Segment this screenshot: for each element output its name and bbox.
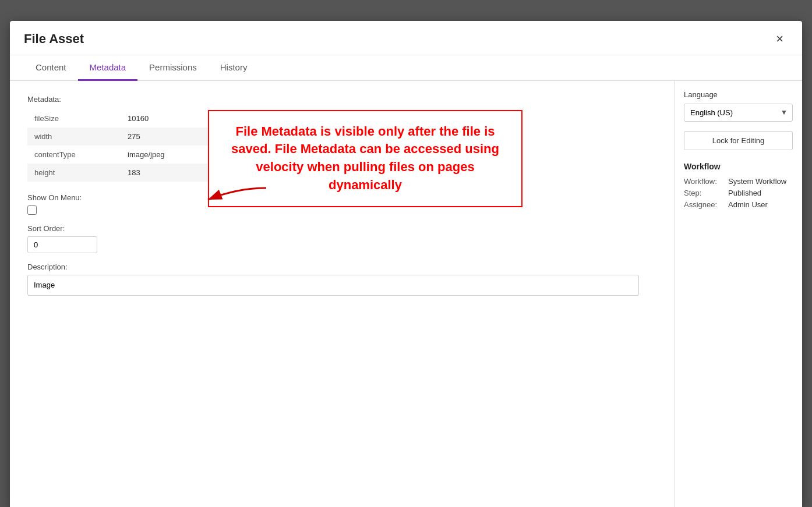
metadata-key: height: [27, 164, 121, 182]
sidebar: Language English (US) ▼ Lock for Editing…: [674, 81, 802, 508]
description-input[interactable]: [27, 275, 639, 296]
tab-history[interactable]: History: [209, 55, 259, 81]
callout-text: File Metadata is visible only after the …: [225, 123, 505, 194]
workflow-row: Workflow:System Workflow: [684, 177, 793, 186]
tabs-bar: Content Metadata Permissions History: [10, 55, 802, 81]
workflow-key: Step:: [684, 189, 725, 197]
workflow-row: Step:Published: [684, 189, 793, 197]
metadata-key: contentType: [27, 146, 121, 164]
modal-overlay: File Asset × Content Metadata Permission…: [10, 12, 802, 507]
sort-order-label: Sort Order:: [27, 224, 656, 233]
description-label: Description:: [27, 263, 656, 271]
metadata-key: width: [27, 127, 121, 146]
metadata-section-label: Metadata:: [27, 95, 656, 104]
workflow-row: Assignee:Admin User: [684, 200, 793, 209]
description-group: Description:: [27, 263, 656, 296]
workflow-value: Admin User: [728, 200, 768, 209]
lock-for-editing-button[interactable]: Lock for Editing: [684, 131, 793, 150]
workflow-key: Workflow:: [684, 177, 725, 186]
language-label: Language: [684, 90, 793, 99]
workflow-value: Published: [728, 189, 761, 197]
language-select[interactable]: English (US): [684, 104, 776, 121]
sort-order-input[interactable]: [27, 236, 97, 253]
workflow-section: Workflow Workflow:System WorkflowStep:Pu…: [684, 162, 793, 209]
language-select-wrapper[interactable]: English (US) ▼: [684, 104, 793, 122]
show-on-menu-checkbox[interactable]: [27, 205, 37, 215]
workflow-key: Assignee:: [684, 200, 725, 209]
close-button[interactable]: ×: [771, 30, 788, 48]
modal-body: Metadata: fileSize10160width275contentTy…: [10, 81, 802, 508]
sort-order-group: Sort Order:: [27, 224, 656, 253]
tab-permissions[interactable]: Permissions: [137, 55, 209, 81]
modal: File Asset × Content Metadata Permission…: [10, 21, 802, 508]
workflow-value: System Workflow: [728, 177, 786, 186]
tab-content[interactable]: Content: [24, 55, 78, 81]
metadata-key: fileSize: [27, 109, 121, 127]
modal-header: File Asset ×: [10, 21, 802, 55]
workflow-title: Workflow: [684, 162, 793, 171]
modal-title: File Asset: [24, 31, 84, 47]
chevron-down-icon: ▼: [776, 104, 792, 120]
callout-box: File Metadata is visible only after the …: [208, 110, 522, 207]
main-content: Metadata: fileSize10160width275contentTy…: [10, 81, 674, 508]
tab-metadata[interactable]: Metadata: [78, 55, 138, 81]
